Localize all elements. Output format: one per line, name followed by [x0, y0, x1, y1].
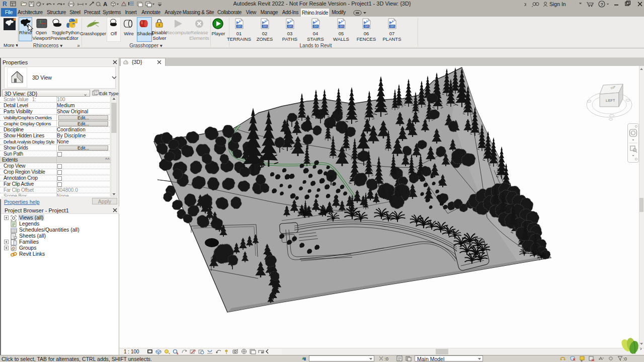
svg-text:GH: GH: [340, 25, 344, 28]
svg-text:LEFT: LEFT: [606, 99, 615, 103]
svg-text::0: :0: [384, 356, 388, 361]
svg-text:GH: GH: [365, 25, 369, 28]
svg-text:GH: GH: [263, 25, 267, 28]
svg-text:A: A: [103, 1, 107, 7]
svg-text:Sign In: Sign In: [549, 1, 566, 7]
svg-text:?: ?: [601, 2, 604, 7]
svg-text:GH: GH: [237, 25, 242, 28]
svg-text:R: R: [3, 1, 7, 8]
svg-text:GH: GH: [288, 25, 292, 28]
svg-text:GH: GH: [390, 25, 394, 28]
svg-text::0: :0: [623, 356, 627, 361]
svg-text:GH: GH: [314, 25, 318, 28]
